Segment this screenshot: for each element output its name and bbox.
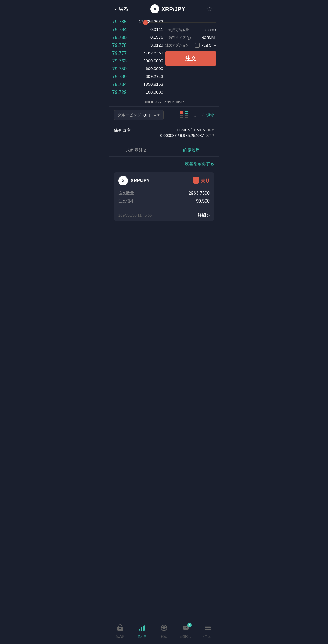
svg-rect-9: [139, 629, 140, 631]
grouping-label: グルーピング: [117, 113, 141, 118]
price-1: 79.785: [112, 19, 127, 25]
nav-label-shop: 販売所: [116, 634, 125, 638]
order-book-row[interactable]: 79.777 5762.6359: [112, 49, 163, 57]
svg-rect-0: [180, 111, 183, 114]
notification-count-badge: 6: [187, 623, 192, 627]
quantity-value: 2963.7300: [188, 191, 210, 196]
trade-pair: ✕ XRP/JPY: [118, 176, 150, 185]
nav-item-assets[interactable]: 資産: [156, 624, 172, 638]
post-only-checkbox-area[interactable]: Post Only: [195, 43, 216, 48]
post-only-checkbox[interactable]: [195, 43, 200, 48]
dropdown-arrow-icon: ▲▼: [153, 113, 160, 117]
trade-card-footer: 2024/08/08 11:45:05 詳細 >: [114, 209, 214, 221]
svg-rect-12: [144, 625, 145, 631]
back-button[interactable]: ‹ 戻る: [115, 6, 128, 12]
price-slider-row: [143, 18, 216, 26]
tab-open-orders[interactable]: 未約定注文: [109, 143, 164, 156]
order-book-row[interactable]: 79.739 309.2743: [112, 73, 163, 81]
order-book-row[interactable]: 79.780 0.1576: [112, 34, 163, 41]
amount-6: 2000.0000: [143, 58, 163, 64]
xrp-value: 0.000087 / 6,985.254087: [160, 133, 204, 138]
exchange-icon: [138, 624, 146, 633]
quantity-label: 注文数量: [118, 191, 134, 196]
order-book-row[interactable]: 79.784 0.0111: [112, 26, 163, 34]
nav-item-notifications[interactable]: 6 お知らせ: [177, 624, 194, 638]
back-label: 戻る: [118, 6, 128, 12]
order-form: ご利用可能数量 0.0000 手数料タイプ i NORMAL 注文オプション P…: [165, 18, 216, 96]
price-6: 79.763: [112, 58, 127, 64]
order-book-row[interactable]: 79.734 1850.8153: [112, 81, 163, 89]
nav-item-exchange[interactable]: 取引所: [134, 624, 151, 638]
post-only-label: Post Only: [201, 43, 216, 47]
amount-5: 5762.6359: [143, 50, 163, 56]
amount-4: 3.3129: [150, 43, 163, 48]
svg-rect-5: [185, 115, 188, 116]
info-icon[interactable]: i: [187, 36, 191, 40]
slider-dot: [143, 20, 148, 25]
mode-label: モード: [192, 113, 204, 117]
available-quantity-row: ご利用可能数量 0.0000: [165, 26, 216, 34]
xrp-asset-line: 0.000087 / 6,985.254087 XRP: [160, 133, 214, 138]
assets-values: 0.7405 / 0.7405 JPY 0.000087 / 6,985.254…: [160, 128, 214, 139]
nav-label-menu: メニュー: [202, 634, 214, 638]
trade-card: ✕ XRP/JPY 売り 注文数量 2963.7300 注文価格 90.500 …: [114, 172, 214, 221]
tabs-section: 未約定注文 約定履歴: [109, 143, 219, 157]
header-title: ✕ XRP/JPY: [150, 4, 185, 13]
assets-row: 保有資産 0.7405 / 0.7405 JPY 0.000087 / 6,98…: [114, 128, 214, 139]
star-icon: ☆: [207, 5, 213, 13]
svg-rect-3: [180, 115, 183, 116]
view-toggle-button[interactable]: [179, 110, 189, 120]
order-book-row[interactable]: 79.778 3.3129: [112, 41, 163, 49]
detail-arrow-icon: >: [207, 213, 210, 218]
nav-label-exchange: 取引所: [138, 634, 147, 638]
order-button[interactable]: 注文: [165, 51, 216, 66]
available-label: ご利用可能数量: [165, 28, 189, 32]
history-link[interactable]: 履歴を確認する: [185, 161, 214, 166]
price-value: 90.500: [196, 199, 210, 204]
amount-7: 600.0000: [145, 66, 163, 72]
amount-9: 1850.8153: [143, 82, 163, 87]
order-book-left: 79.785 173886.2632 79.784 0.0111 79.780 …: [112, 18, 163, 96]
jpy-currency: JPY: [207, 128, 214, 132]
list-grid-icon: [179, 110, 189, 120]
trade-quantity-row: 注文数量 2963.7300: [118, 189, 210, 197]
trade-card-body: 注文数量 2963.7300 注文価格 90.500: [114, 189, 214, 209]
pair-title: XRP/JPY: [161, 6, 185, 12]
tab-trade-history[interactable]: 約定履歴: [164, 143, 219, 156]
order-book-row[interactable]: 79.750 600.0000: [112, 65, 163, 73]
detail-label: 詳細: [198, 213, 206, 218]
fee-type-row: 手数料タイプ i NORMAL: [165, 34, 216, 41]
order-option-label: 注文オプション: [165, 43, 189, 48]
svg-rect-4: [180, 117, 183, 118]
shop-icon: [117, 624, 124, 633]
price-8: 79.739: [112, 74, 127, 80]
trade-timestamp: 2024/08/08 11:45:05: [118, 213, 152, 217]
order-book-section: 79.785 173886.2632 79.784 0.0111 79.780 …: [109, 18, 219, 96]
assets-icon: [160, 624, 168, 633]
svg-rect-11: [143, 626, 144, 631]
detail-link[interactable]: 詳細 >: [198, 213, 210, 218]
svg-rect-6: [185, 117, 188, 118]
grouping-select[interactable]: グルーピング OFF ▲▼: [114, 110, 164, 120]
price-4: 79.778: [112, 43, 127, 48]
order-book-row[interactable]: 79.763 2000.0000: [112, 57, 163, 65]
jpy-value: 0.7405 / 0.7405: [177, 128, 205, 132]
favorite-button[interactable]: ☆: [207, 5, 213, 13]
xrp-currency: XRP: [206, 133, 214, 138]
order-book-row[interactable]: 79.729 100.0000: [112, 89, 163, 96]
trade-card-header: ✕ XRP/JPY 売り: [114, 172, 214, 189]
price-10: 79.729: [112, 90, 127, 95]
nav-item-menu[interactable]: メニュー: [199, 624, 216, 638]
amount-3: 0.1576: [150, 35, 163, 40]
amount-8: 309.2743: [145, 74, 163, 80]
nav-item-shop[interactable]: 販売所: [112, 624, 129, 638]
xrp-icon: ✕: [150, 4, 159, 13]
menu-icon: [204, 624, 211, 633]
history-link-section: 履歴を確認する: [109, 157, 219, 169]
price-label: 注文価格: [118, 199, 134, 204]
mode-value: 通常: [206, 113, 214, 117]
amount-10: 100.0000: [145, 90, 163, 95]
nav-label-assets: 資産: [161, 634, 167, 638]
jpy-asset-line: 0.7405 / 0.7405 JPY: [160, 128, 214, 132]
fee-type-label: 手数料タイプ i: [165, 35, 191, 40]
